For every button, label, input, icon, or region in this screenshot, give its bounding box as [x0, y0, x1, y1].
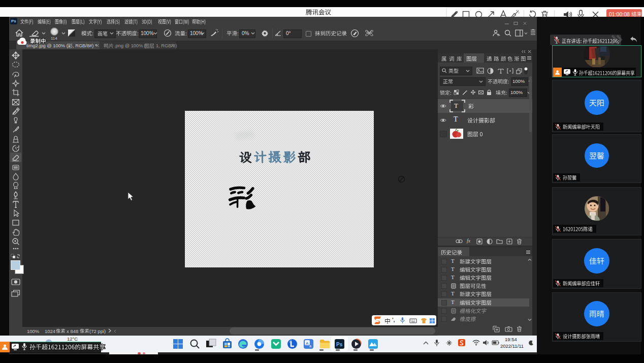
svg-text:a: a: [309, 344, 311, 348]
svg-text:A: A: [306, 341, 309, 346]
svg-text:Ps: Ps: [336, 342, 343, 347]
